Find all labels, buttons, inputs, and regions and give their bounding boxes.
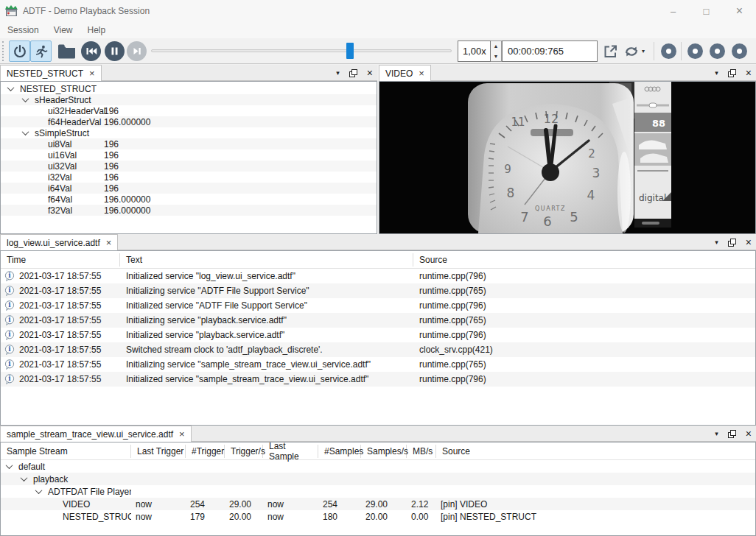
tree-row[interactable]: f64Val196.000000 xyxy=(1,194,377,205)
tree-row[interactable]: f64HeaderVal196.000000 xyxy=(1,116,377,127)
panel-float-icon[interactable] xyxy=(728,69,736,77)
column-header-trigger-s[interactable]: Trigger/s xyxy=(225,445,263,458)
trace-row[interactable]: playback xyxy=(1,473,755,485)
panel-menu-icon[interactable]: ▾ xyxy=(715,430,718,437)
seek-slider-track[interactable] xyxy=(151,49,452,52)
clock-numeral: 11 xyxy=(511,116,525,129)
nested-struct-panel: NESTED_STRUCT × ▾ × NESTED_STRUCT sHeade… xyxy=(0,65,377,234)
tree-row[interactable]: ui32HeaderVal196 xyxy=(1,105,377,116)
column-header-num-trigger[interactable]: #Trigger xyxy=(186,445,225,458)
column-header-last-trigger[interactable]: Last Trigger xyxy=(131,445,186,458)
record-button-2[interactable] xyxy=(687,43,703,59)
tree-row[interactable]: ui32Val196 xyxy=(1,161,377,172)
panel-close-icon[interactable]: × xyxy=(746,428,752,440)
power-button[interactable] xyxy=(9,40,30,62)
log-row[interactable]: i2021-03-17 18:57:55 Initialized service… xyxy=(1,328,755,342)
toolbar-grip[interactable] xyxy=(2,41,5,61)
panel-menu-icon[interactable]: ▾ xyxy=(715,239,718,246)
log-row[interactable]: i2021-03-17 18:57:55 Initializing servic… xyxy=(1,357,755,372)
detach-button[interactable] xyxy=(603,43,618,59)
spin-down-icon[interactable]: ▼ xyxy=(491,52,501,62)
tree-row[interactable]: i32Val196 xyxy=(1,172,377,183)
panel-close-icon[interactable]: × xyxy=(367,67,373,79)
panel-menu-icon[interactable]: ▾ xyxy=(336,69,340,77)
panel-float-icon[interactable] xyxy=(349,69,357,77)
expander-icon[interactable] xyxy=(21,474,28,482)
expander-icon[interactable] xyxy=(22,128,29,135)
column-header-source[interactable]: Source xyxy=(413,253,755,267)
panel-float-icon[interactable] xyxy=(728,430,736,438)
expander-icon[interactable] xyxy=(7,84,15,91)
tree-row[interactable]: ui16Val196 xyxy=(1,149,377,161)
tab-close-icon[interactable]: × xyxy=(419,68,424,78)
column-header-num-samples[interactable]: #Samples xyxy=(318,445,361,458)
speed-spinbox[interactable]: 1,00x xyxy=(458,40,491,62)
close-button[interactable]: × xyxy=(723,0,756,22)
tab-trace-view[interactable]: sample_stream_trace_view.ui_service.adtf… xyxy=(0,426,192,442)
tree-row[interactable]: i64Val196 xyxy=(1,183,377,194)
panel-float-icon[interactable] xyxy=(728,239,736,247)
record-button-3[interactable] xyxy=(710,43,725,59)
menu-session[interactable]: Session xyxy=(0,23,46,38)
column-header-mb-s[interactable]: MB/s xyxy=(407,445,436,458)
pause-button[interactable] xyxy=(105,41,125,61)
clock-numeral: 8 xyxy=(507,186,515,200)
expander-icon[interactable] xyxy=(35,487,43,494)
record-button-4[interactable] xyxy=(732,43,747,59)
trace-row[interactable]: ADTFDAT File Player xyxy=(1,485,755,498)
loop-mode-button[interactable] xyxy=(623,43,640,60)
tab-nested-struct[interactable]: NESTED_STRUCT × xyxy=(0,65,102,81)
tree-row[interactable]: sSimpleStruct xyxy=(1,127,377,138)
trace-table-header: Sample Stream Last Trigger #Trigger Trig… xyxy=(1,442,755,460)
clock-numeral: 12 xyxy=(544,112,559,126)
open-folder-button[interactable] xyxy=(57,43,76,59)
panel-menu-icon[interactable]: ▾ xyxy=(715,69,718,77)
log-row[interactable]: i2021-03-17 18:57:55 Initialized service… xyxy=(1,372,755,387)
expander-icon[interactable] xyxy=(6,462,13,469)
tree-row[interactable]: NESTED_STRUCT xyxy=(1,83,377,94)
column-header-source[interactable]: Source xyxy=(436,445,755,458)
seek-slider-handle[interactable] xyxy=(346,43,354,59)
loop-dropdown-icon[interactable]: ▾ xyxy=(642,48,645,54)
speed-spin-arrows[interactable]: ▲ ▼ xyxy=(491,40,502,62)
column-header-time[interactable]: Time xyxy=(1,253,120,267)
column-header-text[interactable]: Text xyxy=(120,253,413,267)
tab-close-icon[interactable]: × xyxy=(179,429,185,439)
tab-log-view[interactable]: log_view.ui_service.adtf × xyxy=(0,234,118,250)
log-row[interactable]: i2021-03-17 18:57:55 Initialized service… xyxy=(1,298,755,313)
tree-row[interactable]: f32Val196.000000 xyxy=(1,205,377,216)
tree-row[interactable]: ui8Val196 xyxy=(1,138,377,149)
info-icon: i xyxy=(4,345,15,355)
run-button[interactable] xyxy=(30,40,52,62)
tree-row[interactable]: sHeaderStruct xyxy=(1,94,377,105)
maximize-button[interactable]: □ xyxy=(690,0,723,22)
video-frame: 11 12 2 3 4 5 6 7 8 9 xyxy=(379,81,756,234)
log-rows: i2021-03-17 18:57:55 Initialized service… xyxy=(1,269,755,387)
trace-rows: default playback ADTFDAT File Player VID… xyxy=(1,460,755,523)
minimize-button[interactable]: – xyxy=(657,0,690,22)
log-row[interactable]: i2021-03-17 18:57:55 Initialized service… xyxy=(1,269,755,283)
tab-video[interactable]: VIDEO × xyxy=(379,65,431,81)
column-header-samples-s[interactable]: Samples/s xyxy=(361,445,407,458)
trace-row[interactable]: default xyxy=(1,460,755,473)
menu-help[interactable]: Help xyxy=(80,23,113,38)
trace-row[interactable]: NESTED_STRUCT now 179 20.00 now 180 20.0… xyxy=(1,510,755,523)
skip-to-start-button[interactable] xyxy=(81,41,101,61)
log-row[interactable]: i2021-03-17 18:57:55 Switched stream clo… xyxy=(1,342,755,357)
tab-close-icon[interactable]: × xyxy=(106,238,112,247)
panel-close-icon[interactable]: × xyxy=(746,236,752,248)
log-row[interactable]: i2021-03-17 18:57:55 Initializing servic… xyxy=(1,313,755,328)
tab-close-icon[interactable]: × xyxy=(89,68,95,78)
spin-up-icon[interactable]: ▲ xyxy=(491,41,501,52)
menu-view[interactable]: View xyxy=(46,23,80,38)
panel-close-icon[interactable]: × xyxy=(746,67,752,79)
expander-icon[interactable] xyxy=(22,95,29,102)
log-row[interactable]: i2021-03-17 18:57:55 Initializing servic… xyxy=(1,283,755,298)
title-bar: ADTF - Demo Playback Session – □ × xyxy=(0,0,756,22)
record-button-1[interactable] xyxy=(661,43,676,59)
column-header-sample-stream[interactable]: Sample Stream xyxy=(1,445,131,458)
info-icon: i xyxy=(4,374,15,384)
column-header-last-sample[interactable]: Last Sample xyxy=(263,445,318,458)
trace-row[interactable]: VIDEO now 254 29.00 now 254 29.00 2.12 [… xyxy=(1,498,755,510)
time-display[interactable]: 00:00:09:765 xyxy=(502,40,598,62)
